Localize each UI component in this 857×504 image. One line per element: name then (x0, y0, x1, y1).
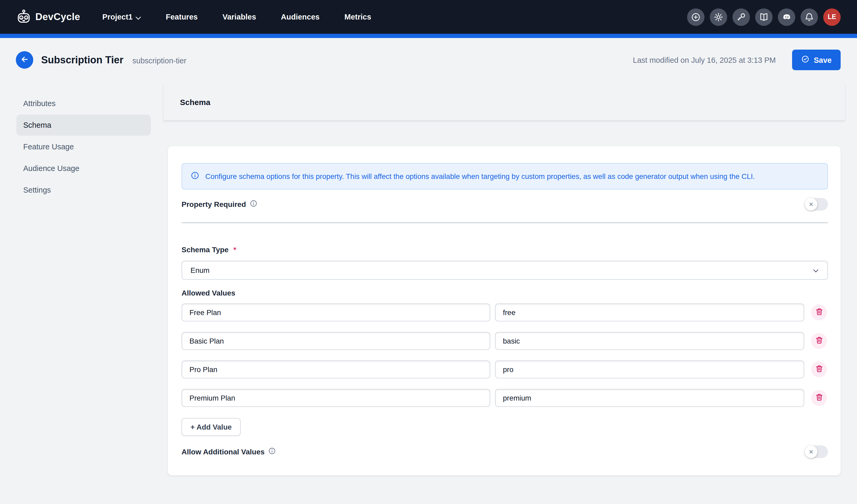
value-name-input[interactable] (182, 332, 490, 350)
allowed-value-row (182, 360, 828, 379)
create-button[interactable] (687, 8, 705, 26)
delete-value-button[interactable] (811, 390, 827, 406)
sidebar-item-audience-usage[interactable]: Audience Usage (16, 158, 151, 179)
devcycle-logo[interactable]: DevCycle (16, 9, 80, 25)
info-banner-text: Configure schema options for this proper… (205, 172, 755, 180)
settings-sidebar: AttributesSchemaFeature UsageAudience Us… (16, 93, 151, 201)
section-titlebar: Schema (164, 84, 845, 120)
nav-link-metrics[interactable]: Metrics (344, 13, 371, 21)
delete-value-button[interactable] (811, 333, 827, 349)
check-circle-icon (801, 55, 809, 65)
notifications-bell-icon (804, 12, 814, 22)
main-panel: Schema Configure schema options for this… (164, 84, 845, 475)
toggle-off-x-icon: ✕ (809, 202, 813, 207)
devcycle-robot-icon (16, 9, 32, 25)
trash-icon (815, 393, 823, 403)
allow-additional-values-toggle[interactable]: ✕ (805, 446, 828, 458)
schema-type-value: Enum (190, 266, 209, 274)
api-key-icon (736, 12, 746, 22)
top-navbar: DevCycle Project1 FeaturesVariablesAudie… (0, 0, 857, 34)
info-tooltip-icon[interactable] (250, 200, 257, 209)
divider (182, 222, 828, 223)
notifications-button[interactable] (801, 8, 818, 26)
delete-value-button[interactable] (811, 362, 827, 377)
nav-link-variables[interactable]: Variables (222, 13, 256, 21)
property-required-toggle[interactable]: ✕ (805, 198, 828, 211)
value-key-input[interactable] (495, 389, 804, 407)
project-switcher-label: Project1 (102, 13, 132, 21)
add-value-button[interactable]: + Add Value (182, 418, 241, 436)
arrow-left-icon (20, 55, 29, 65)
sidebar-item-settings[interactable]: Settings (16, 180, 151, 201)
allowed-values-list (182, 303, 828, 407)
schema-type-label: Schema Type* (182, 246, 828, 254)
sidebar-item-feature-usage[interactable]: Feature Usage (16, 136, 151, 157)
info-icon (190, 171, 200, 182)
allowed-value-row (182, 332, 828, 350)
toggle-off-x-icon: ✕ (809, 449, 813, 455)
last-modified-text: Last modified on July 16, 2025 at 3:13 P… (633, 56, 776, 64)
allowed-value-row (182, 389, 828, 407)
settings-button[interactable] (710, 8, 727, 26)
chevron-down-icon (812, 267, 820, 276)
section-title: Schema (180, 98, 210, 106)
save-button[interactable]: Save (792, 50, 841, 70)
value-name-input[interactable] (182, 360, 490, 379)
docs-button[interactable] (755, 8, 773, 26)
trash-icon (815, 336, 823, 346)
brand-name: DevCycle (35, 11, 80, 23)
allow-additional-values-label: Allow Additional Values (182, 447, 276, 456)
page-header: Subscription Tier subscription-tier Last… (0, 38, 857, 82)
devcycle-app: DevCycle Project1 FeaturesVariablesAudie… (0, 0, 857, 504)
property-required-label: Property Required (182, 200, 257, 209)
trash-icon (815, 308, 823, 317)
value-key-input[interactable] (495, 360, 804, 379)
allowed-value-row (182, 303, 828, 321)
nav-link-audiences[interactable]: Audiences (281, 13, 320, 21)
page-title: Subscription Tier (41, 54, 123, 66)
discord-button[interactable] (778, 8, 795, 26)
primary-nav: Project1 FeaturesVariablesAudiencesMetri… (102, 12, 396, 22)
settings-gear-icon (713, 12, 723, 22)
sidebar-item-schema[interactable]: Schema (16, 115, 151, 136)
schema-type-select[interactable]: Enum (182, 261, 828, 280)
user-avatar[interactable]: LE (823, 8, 841, 26)
api-keys-button[interactable] (733, 8, 750, 26)
navbar-actions: LE (687, 8, 841, 26)
docs-book-icon (759, 12, 769, 22)
content-area: AttributesSchemaFeature UsageAudience Us… (0, 82, 857, 475)
page-slug: subscription-tier (132, 56, 187, 65)
plus-circle-icon (691, 12, 701, 22)
schema-card: Configure schema options for this proper… (168, 146, 841, 475)
allowed-values-label: Allowed Values (182, 289, 828, 297)
trash-icon (815, 365, 823, 374)
delete-value-button[interactable] (811, 304, 827, 320)
accent-bar (0, 34, 857, 38)
value-key-input[interactable] (495, 303, 804, 321)
sidebar-item-attributes[interactable]: Attributes (16, 93, 151, 114)
back-button[interactable] (16, 51, 33, 69)
info-banner: Configure schema options for this proper… (182, 163, 828, 189)
required-asterisk: * (233, 246, 236, 254)
save-button-label: Save (814, 56, 832, 64)
discord-icon (781, 12, 792, 22)
project-switcher[interactable]: Project1 (102, 12, 141, 22)
value-name-input[interactable] (182, 303, 490, 321)
nav-link-features[interactable]: Features (166, 13, 198, 21)
chevron-down-icon (136, 13, 141, 22)
info-tooltip-icon[interactable] (268, 447, 276, 456)
value-name-input[interactable] (182, 389, 490, 407)
value-key-input[interactable] (495, 332, 804, 350)
